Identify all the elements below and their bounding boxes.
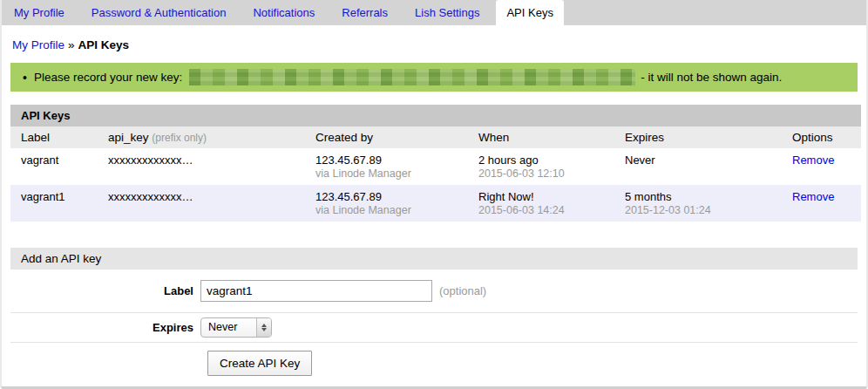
breadcrumb: My Profile»API Keys <box>2 25 866 60</box>
create-api-key-button[interactable]: Create API Key <box>207 351 312 376</box>
col-header-created-by: Created by <box>305 126 468 148</box>
tab-my-profile[interactable]: My Profile <box>3 0 75 25</box>
breadcrumb-my-profile-link[interactable]: My Profile <box>12 38 64 51</box>
api-keys-table: API Keys Label api_key (prefix only) Cre… <box>10 105 858 222</box>
key-expires: Never <box>614 148 782 185</box>
breadcrumb-current: API Keys <box>78 38 130 51</box>
notice-prefix-text: Please record your new key: <box>34 71 182 84</box>
tab-bar: My Profile Password & Authentication Not… <box>2 0 866 25</box>
key-prefix: xxxxxxxxxxxxx… <box>98 148 305 185</box>
select-stepper-icon <box>256 318 271 337</box>
remove-key-link[interactable]: Remove <box>792 190 834 203</box>
expires-selected-value: Never <box>201 318 256 337</box>
breadcrumb-separator: » <box>68 38 75 51</box>
expires-select[interactable]: Never <box>200 317 272 338</box>
col-header-expires: Expires <box>614 126 782 148</box>
key-expires-date: 2015-12-03 01:24 <box>625 204 771 216</box>
key-created-via: via Linode Manager <box>315 167 458 180</box>
expires-field-label: Expires <box>10 321 200 334</box>
key-created-via: via Linode Manager <box>315 204 458 216</box>
optional-note: (optional) <box>439 284 486 297</box>
tab-referrals[interactable]: Referrals <box>331 0 398 25</box>
notice-suffix-text: - it will not be shown again. <box>641 71 782 84</box>
remove-key-link[interactable]: Remove <box>792 154 834 167</box>
key-when: Right Now!2015-06-03 14:24 <box>468 185 614 222</box>
notice-bullet: • <box>23 71 27 85</box>
label-field-label: Label <box>10 284 200 297</box>
form-title: Add an API key <box>10 248 858 270</box>
key-prefix: xxxxxxxxxxxxx… <box>98 185 305 222</box>
tab-lish-settings[interactable]: Lish Settings <box>404 0 490 25</box>
key-when-date: 2015-06-03 14:24 <box>478 204 604 216</box>
table-title: API Keys <box>10 105 861 126</box>
add-api-key-form: Add an API key Label (optional) Expires … <box>10 248 858 386</box>
tab-notifications[interactable]: Notifications <box>242 0 325 25</box>
label-input[interactable] <box>200 280 432 302</box>
key-label: vagrant <box>10 148 98 185</box>
key-when: 2 hours ago2015-06-03 12:10 <box>468 148 614 185</box>
col-header-when: When <box>468 126 614 148</box>
col-header-label: Label <box>10 126 98 148</box>
key-created-by: 123.45.67.89via Linode Manager <box>305 148 468 185</box>
key-label: vagrant1 <box>10 185 98 222</box>
tab-api-keys[interactable]: API Keys <box>496 0 563 25</box>
col-header-api-key: api_key (prefix only) <box>98 126 305 148</box>
tab-password-authentication[interactable]: Password & Authentication <box>81 0 237 25</box>
key-when-date: 2015-06-03 12:10 <box>478 167 604 180</box>
redacted-api-key <box>189 69 635 85</box>
key-expires: 5 months2015-12-03 01:24 <box>614 185 782 222</box>
new-key-notice: • Please record your new key: - it will … <box>10 63 858 92</box>
key-created-by: 123.45.67.89via Linode Manager <box>305 185 468 222</box>
table-row: vagrant xxxxxxxxxxxxx… 123.45.67.89via L… <box>10 148 861 185</box>
page: My Profile Password & Authentication Not… <box>0 0 868 389</box>
api-key-note: (prefix only) <box>152 132 207 144</box>
col-header-options: Options <box>782 126 861 148</box>
table-row: vagrant1 xxxxxxxxxxxxx… 123.45.67.89via … <box>10 185 861 222</box>
